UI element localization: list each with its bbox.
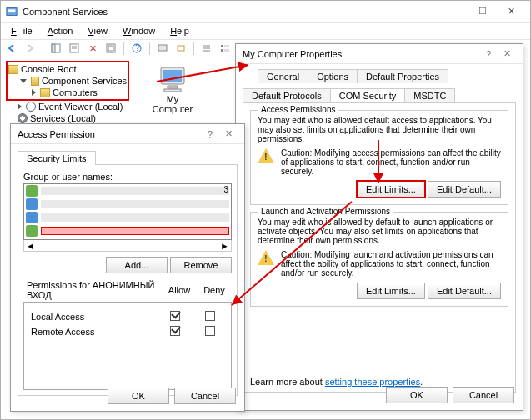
properties-dialog: My Computer Properties ? ✕ General Optio… [235,43,523,411]
minimize-button[interactable]: — [440,3,468,20]
help-icon[interactable]: ? [479,49,498,59]
allow-header: Allow [162,278,197,302]
remote-deny-checkbox[interactable] [205,326,215,336]
view-large-icon[interactable] [173,41,188,56]
svg-rect-1 [8,9,16,12]
menu-view[interactable]: View [84,25,111,37]
user-icon [26,185,38,197]
access-permissions-group: Access Permissions You may edit who is a… [250,110,508,205]
console-tree[interactable]: Console Root Component Services Computer… [6,61,129,124]
menubar: File Action View Window Help [1,22,530,39]
access-edit-limits-button[interactable]: Edit Limits... [357,181,425,198]
scroll-left-icon[interactable]: ◄ [26,241,35,251]
expand-icon[interactable] [18,103,22,110]
expand-icon[interactable] [32,89,36,96]
properties-icon[interactable] [67,41,82,56]
launch-edit-default-button[interactable]: Edit Default... [428,282,501,299]
tree-node-component-services[interactable]: Component Services [8,75,127,87]
menu-window[interactable]: Window [119,25,158,37]
svg-rect-18 [224,45,229,48]
properties-title: My Computer Properties [243,49,479,59]
user-list[interactable] [23,183,232,240]
svg-rect-13 [178,46,184,51]
user-icon [26,225,38,237]
svg-rect-30 [163,70,182,82]
warning-icon [258,250,274,265]
access-ok-button[interactable]: OK [108,388,169,404]
detail-icon[interactable] [218,41,233,56]
tab-default-protocols[interactable]: Default Protocols [243,88,331,102]
access-cancel-button[interactable]: Cancel [174,388,236,404]
svg-rect-3 [52,44,55,52]
tree-node-console-root[interactable]: Console Root [8,63,127,75]
launch-permissions-group: Launch and Activation Permissions You ma… [250,212,508,307]
show-hide-icon[interactable] [48,41,63,56]
folder-icon [31,77,39,86]
tab-general[interactable]: General [258,69,308,83]
group-user-label: Group or user names: [23,172,232,182]
local-deny-checkbox[interactable] [205,311,215,321]
access-dialog-title: Access Permission [18,129,201,139]
properties-titlebar: My Computer Properties ? ✕ [236,44,523,64]
list-item[interactable] [24,224,231,238]
table-row: Remote Access [28,324,228,339]
delete-icon[interactable]: ✕ [85,41,100,56]
svg-rect-32 [164,89,181,92]
refresh-icon[interactable] [103,41,118,56]
main-title: Component Services [23,7,440,17]
menu-file[interactable]: File [8,25,36,37]
eventviewer-icon [26,102,36,112]
horizontal-scrollbar[interactable]: ◄► [23,240,232,252]
back-icon[interactable] [4,41,19,56]
help-icon[interactable]: ? [201,129,219,139]
tab-msdtc[interactable]: MSDTC [404,88,455,102]
pc-icon[interactable] [155,41,170,56]
launch-edit-limits-button[interactable]: Edit Limits... [357,282,425,299]
computer-icon [158,66,188,94]
tab-default-properties[interactable]: Default Properties [357,69,448,83]
launch-heading: Launch and Activation Permissions [258,207,393,216]
remote-allow-checkbox[interactable] [170,326,180,336]
help-icon[interactable]: ? [129,41,144,56]
properties-ok-button[interactable]: OK [386,387,448,403]
add-user-button[interactable]: Add... [106,257,168,273]
expand-icon[interactable] [20,79,27,83]
maximize-button[interactable]: ☐ [468,3,497,20]
tab-options[interactable]: Options [308,69,358,83]
launch-caution: Caution: Modifying launch and activation… [258,250,501,278]
close-icon[interactable]: ✕ [219,128,238,139]
properties-cancel-button[interactable]: Cancel [453,387,514,403]
folder-icon [8,65,18,74]
tabs-row1: General Options Default Properties [251,64,523,83]
tab-security-limits[interactable]: Security Limits [18,151,96,165]
list-item[interactable] [24,184,231,198]
list-icon[interactable] [199,41,214,56]
tabs-row2: Default Protocols COM Security MSDTC [236,83,523,102]
svg-rect-19 [221,49,223,52]
tab-com-security[interactable]: COM Security [330,88,405,102]
learn-more-link[interactable]: setting these properties [325,377,420,387]
user-icon [26,212,38,223]
list-item[interactable] [24,211,231,224]
com-security-panel: Access Permissions You may edit who is a… [243,102,516,392]
tree-node-services[interactable]: Services (Local) [6,112,129,124]
close-icon[interactable]: ✕ [498,48,516,59]
svg-rect-20 [224,49,229,52]
menu-help[interactable]: Help [167,25,193,37]
access-intro-text: You may edit who is allowed default acce… [258,116,501,143]
remove-user-button[interactable]: Remove [170,257,232,273]
scroll-right-icon[interactable]: ► [220,241,229,251]
perm-remote-access-label: Remote Access [28,324,158,339]
close-button[interactable]: ✕ [497,3,525,20]
svg-rect-11 [158,45,167,51]
list-item[interactable] [24,198,231,211]
permissions-table: Permissions for АНОНИМНЫЙ ВХОД Allow Den… [23,278,232,302]
tree-node-computers[interactable]: Computers [8,87,127,98]
menu-action[interactable]: Action [44,25,77,37]
access-edit-default-button[interactable]: Edit Default... [428,181,501,198]
tree-node-event-viewer[interactable]: Event Viewer (Local) [6,101,129,112]
forward-icon[interactable] [23,41,38,56]
local-allow-checkbox[interactable] [170,311,180,321]
my-computer-item[interactable]: My Computer [148,66,198,114]
warning-icon [258,148,274,163]
